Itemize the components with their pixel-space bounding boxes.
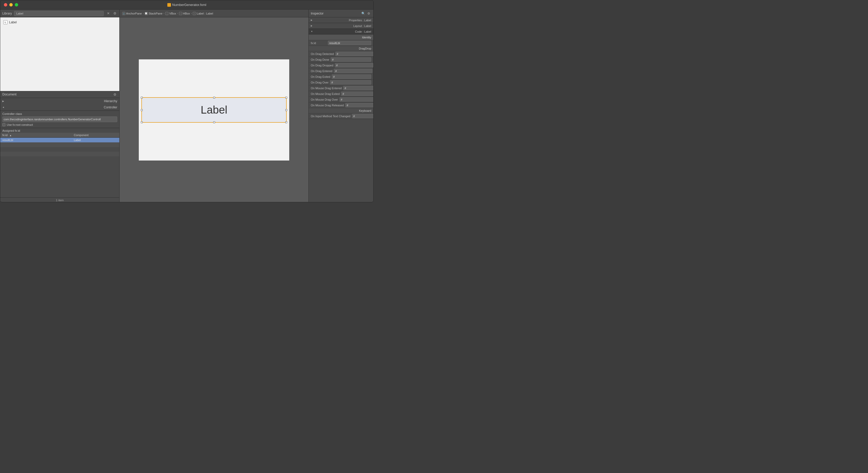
breadcrumb-hbox[interactable]: — HBox	[179, 12, 190, 15]
bc-arrow-1: ›	[143, 12, 144, 15]
on-drag-detected-input[interactable]	[335, 52, 373, 56]
on-mouse-drag-entered-input[interactable]	[343, 86, 373, 90]
document-section: Document ⚙ ▶ Hierarchy ▼ Controller	[0, 91, 119, 111]
fxid-cell: resultLbl	[0, 137, 71, 143]
on-input-method-input[interactable]	[352, 114, 373, 118]
search-value: Label	[17, 12, 23, 15]
label-display-text: Label	[201, 104, 227, 116]
handle-top-left[interactable]	[141, 97, 143, 98]
component-col-header[interactable]: Component	[71, 133, 119, 138]
on-drag-detected-label: On Drag Detected	[311, 52, 334, 56]
on-drag-entered-row: On Drag Entered	[309, 68, 373, 74]
on-mouse-drag-released-input[interactable]	[345, 103, 373, 107]
handle-top-right[interactable]	[285, 97, 287, 98]
canvas-frame: Label	[139, 59, 289, 160]
handle-bot-left[interactable]	[141, 121, 143, 123]
on-drag-over-input[interactable]	[330, 80, 371, 85]
on-mouse-drag-entered-label: On Mouse Drag Entered	[311, 87, 342, 90]
on-drag-dropped-input[interactable]	[335, 63, 373, 67]
vbox-icon: |	[165, 12, 168, 15]
on-mouse-drag-over-label: On Mouse Drag Over	[311, 98, 338, 101]
label-icon: L	[193, 12, 196, 15]
on-drag-dropped-row: On Drag Dropped	[309, 63, 373, 68]
code-tab-label: Code : Label	[314, 30, 371, 33]
canvas-content: Label	[120, 18, 308, 202]
table-row-empty-2	[0, 147, 119, 152]
inspector-header: Inspector 🔍 ⚙	[309, 9, 373, 18]
fxroot-label: Use fx:root construct	[7, 123, 33, 126]
inspector-title: Inspector	[311, 12, 360, 15]
handle-mid-left[interactable]	[141, 109, 143, 111]
table-row[interactable]: resultLbl Label	[0, 137, 119, 143]
properties-arrow: ▶	[311, 19, 312, 21]
close-button[interactable]	[4, 3, 7, 6]
file-icon	[167, 3, 171, 7]
close-search-button[interactable]: ✕	[106, 11, 111, 16]
fxroot-checkbox[interactable]	[2, 123, 5, 126]
fxid-col-header[interactable]: fx:id ▲	[0, 133, 71, 138]
handle-top-center[interactable]	[213, 97, 215, 98]
hierarchy-row[interactable]: ▶ Hierarchy	[0, 98, 119, 104]
on-drag-done-row: On Drag Done	[309, 57, 373, 63]
label-component-icon: L	[3, 20, 7, 24]
inspector-tabs: ▶ Properties : Label ▶ Layout : Label ▼ …	[309, 18, 373, 34]
fxid-header-label: Assigned fx:id	[0, 128, 119, 133]
hierarchy-label: Hierarchy	[104, 99, 117, 103]
controller-row[interactable]: ▼ Controller	[0, 104, 119, 111]
on-drag-over-label: On Drag Over	[311, 81, 329, 84]
identity-section-header: Identity	[309, 34, 373, 40]
library-header: Library Label ✕ ⚙	[0, 9, 119, 18]
library-item[interactable]: L Label	[2, 20, 117, 25]
on-drag-detected-row: On Drag Detected	[309, 51, 373, 57]
on-mouse-drag-over-row: On Mouse Drag Over	[309, 97, 373, 102]
fxid-table: fx:id ▲ Component resultLbl Label	[0, 133, 119, 156]
label-element-container[interactable]: Label	[142, 97, 287, 123]
fxid-field-row: fx:id	[309, 40, 373, 46]
tab-layout[interactable]: ▶ Layout : Label	[309, 23, 373, 29]
inspector-options-button[interactable]: ⚙	[366, 11, 371, 16]
component-cell: Label	[71, 137, 119, 143]
library-search[interactable]: Label	[14, 11, 104, 16]
inspector-content: Identity fx:id DragDrop On Drag Detected…	[309, 34, 373, 202]
title-text: NumberGenerator.fxml	[172, 3, 207, 7]
document-label: Document	[2, 93, 113, 96]
tab-code[interactable]: ▼ Code : Label	[309, 29, 373, 34]
layout-arrow: ▶	[311, 25, 312, 27]
on-mouse-drag-exited-input[interactable]	[341, 92, 373, 96]
library-options-button[interactable]: ⚙	[113, 11, 117, 16]
on-input-method-label: On Input Method Text Changed	[311, 115, 350, 118]
bc-arrow-2: ›	[163, 12, 164, 15]
tab-properties[interactable]: ▶ Properties : Label	[309, 18, 373, 23]
fxid-field-input[interactable]	[328, 41, 371, 45]
on-drag-exited-input[interactable]	[332, 74, 371, 79]
window-title: NumberGenerator.fxml	[167, 3, 207, 7]
on-drag-done-label: On Drag Done	[311, 58, 329, 61]
controller-label: Controller	[104, 105, 117, 109]
breadcrumb-anchorpane[interactable]: ⚓ AnchorPane	[122, 12, 142, 15]
minimize-button[interactable]	[9, 3, 13, 6]
maximize-button[interactable]	[15, 3, 18, 6]
bc-label-3: HBox	[183, 12, 190, 15]
breadcrumb-vbox[interactable]: | VBox	[165, 12, 176, 15]
bc-label-4: Label : Label	[197, 12, 213, 15]
handle-mid-right[interactable]	[285, 109, 287, 111]
library-item-label: Label	[9, 21, 17, 24]
handle-bot-center[interactable]	[213, 121, 215, 123]
inspector-search-button[interactable]: 🔍	[360, 11, 366, 16]
status-bar: 1 item	[0, 197, 119, 202]
breadcrumb-bar: ⚓ AnchorPane › ⬜ StackPane › | VBox › — …	[120, 9, 308, 18]
anchorpane-icon: ⚓	[122, 12, 125, 15]
handle-bot-right[interactable]	[285, 121, 287, 123]
document-options-button[interactable]: ⚙	[113, 92, 117, 97]
window-controls[interactable]	[4, 3, 18, 6]
on-drag-entered-input[interactable]	[334, 69, 372, 73]
controller-class-input[interactable]	[2, 117, 117, 122]
on-drag-done-input[interactable]	[331, 57, 371, 62]
controller-section: Controller class Use fx:root construct	[0, 111, 119, 128]
on-mouse-drag-entered-row: On Mouse Drag Entered	[309, 85, 373, 91]
bc-arrow-3: ›	[177, 12, 178, 15]
breadcrumb-label[interactable]: L Label : Label	[193, 12, 213, 15]
breadcrumb-stackpane[interactable]: ⬜ StackPane	[145, 12, 162, 15]
bc-label-1: StackPane	[149, 12, 162, 15]
on-mouse-drag-over-input[interactable]	[340, 97, 373, 102]
